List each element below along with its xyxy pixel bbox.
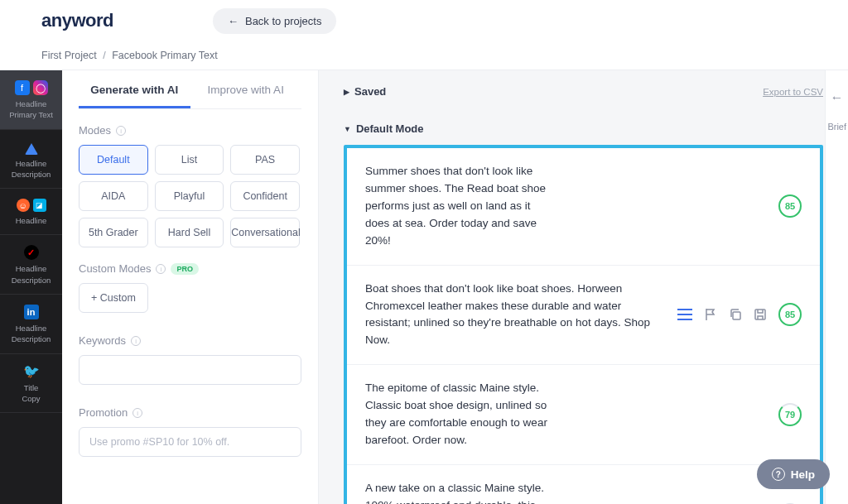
sidebar-label[interactable]: Copy [0, 393, 62, 404]
sidebar-channel-group[interactable]: ✓HeadlineDescription [0, 235, 62, 295]
sidebar-channel-group[interactable]: f◯HeadlinePrimary Text [0, 70, 62, 130]
google-ads-icon [25, 140, 38, 155]
mode-button-conversational[interactable]: Conversational [230, 218, 300, 247]
back-to-projects-button[interactable]: ← Back to projects [213, 8, 337, 34]
caret-right-icon: ▶ [344, 88, 349, 96]
export-csv-link[interactable]: Export to CSV [763, 87, 823, 97]
sidebar-label[interactable]: Primary Text [0, 109, 62, 120]
modes-label: Modes i [79, 124, 301, 137]
caret-down-icon: ▼ [344, 125, 351, 133]
arrow-left-icon: ← [228, 15, 238, 27]
result-actions: 85 [677, 303, 802, 326]
result-text: Boat shoes that don't look like boat sho… [365, 281, 661, 350]
default-mode-label: Default Mode [356, 122, 424, 135]
mode-button-default[interactable]: Default [79, 145, 148, 175]
top-bar: anyword ← Back to projects [0, 0, 848, 41]
help-button[interactable]: ? Help [757, 459, 830, 489]
result-item[interactable]: A new take on a classic Maine style. 100… [347, 465, 820, 504]
brief-label[interactable]: Brief [827, 122, 846, 132]
info-icon[interactable]: i [156, 264, 166, 274]
facebook-icon: f [15, 80, 30, 95]
flag-icon[interactable] [704, 308, 717, 321]
mode-button-pas[interactable]: PAS [230, 145, 300, 175]
sidebar-label[interactable]: Title [0, 382, 62, 393]
sidebar-label[interactable]: Description [0, 169, 62, 180]
modes-grid: DefaultListPASAIDAPlayfulConfident5th Gr… [79, 145, 301, 247]
mode-button-5th-grader[interactable]: 5th Grader [79, 218, 148, 247]
menu-icon[interactable] [677, 309, 692, 320]
result-item[interactable]: The epitome of classic Maine style. Clas… [347, 365, 820, 465]
sidebar-label[interactable]: Headline [0, 323, 62, 334]
logo: anyword [41, 10, 113, 31]
tab-improve[interactable]: Improve with AI [190, 70, 302, 108]
info-icon[interactable]: i [116, 126, 126, 136]
tab-generate[interactable]: Generate with AI [79, 70, 190, 108]
breadcrumb-page: Facebook Primary Text [112, 50, 218, 61]
pro-badge: PRO [171, 263, 199, 275]
help-label: Help [791, 468, 815, 481]
sidebar-channel-group[interactable]: 🐦TitleCopy [0, 354, 62, 414]
custom-modes-label: Custom Modes i PRO [79, 262, 301, 275]
sidebar-label[interactable]: Headline [0, 263, 62, 274]
outbrain-icon: ☺ [17, 199, 30, 212]
mode-button-list[interactable]: List [155, 145, 224, 175]
saved-label: Saved [354, 85, 386, 98]
channel-sidebar: f◯HeadlinePrimary TextHeadlineDescriptio… [0, 70, 62, 504]
result-text: A new take on a classic Maine style. 100… [365, 480, 556, 504]
info-icon[interactable]: i [132, 408, 142, 418]
breadcrumb-project[interactable]: First Project [41, 50, 97, 61]
score-badge: 85 [778, 303, 802, 326]
svg-rect-0 [733, 312, 740, 319]
sidebar-channel-group[interactable]: HeadlineDescription [0, 130, 62, 190]
arrow-left-icon[interactable]: ← [831, 90, 844, 105]
mode-button-aida[interactable]: AIDA [79, 181, 148, 211]
sidebar-label[interactable]: Headline [0, 158, 62, 169]
copy-icon[interactable] [729, 308, 742, 321]
sidebar-label[interactable]: Headline [0, 215, 62, 226]
keywords-input[interactable] [79, 355, 301, 385]
result-text: Summer shoes that don't look like summer… [365, 163, 556, 250]
highlighted-results: Summer shoes that don't look like summer… [344, 145, 823, 504]
verizon-icon: ✓ [24, 245, 39, 260]
sidebar-channel-group[interactable]: inHeadlineDescription [0, 295, 62, 354]
mode-button-playful[interactable]: Playful [155, 181, 224, 211]
taboola-icon: ◪ [33, 199, 46, 212]
add-custom-mode-button[interactable]: + Custom [79, 283, 148, 313]
promotion-input[interactable] [79, 427, 301, 457]
generate-panel: Generate with AI Improve with AI Modes i… [62, 70, 319, 504]
sidebar-channel-group[interactable]: ☺◪Headline [0, 189, 62, 235]
mode-button-confident[interactable]: Confident [230, 181, 300, 211]
sidebar-label[interactable]: Description [0, 275, 62, 286]
help-icon: ? [772, 468, 785, 481]
default-mode-header[interactable]: ▼ Default Mode [344, 122, 823, 135]
result-item[interactable]: Boat shoes that don't look like boat sho… [347, 266, 820, 366]
keywords-label: Keywords i [79, 334, 301, 347]
save-icon[interactable] [754, 308, 767, 321]
svg-rect-1 [755, 310, 765, 319]
breadcrumb-separator: / [103, 50, 105, 61]
score-badge: 79 [778, 403, 802, 426]
back-label: Back to projects [245, 15, 322, 27]
results-area: ← Brief ▶ Saved Export to CSV ▼ Default … [319, 70, 848, 504]
score-badge: 85 [778, 194, 802, 218]
promotion-label: Promotion i [79, 406, 301, 419]
breadcrumb: First Project / Facebook Primary Text [0, 41, 848, 70]
sidebar-label[interactable]: Description [0, 334, 62, 344]
panel-tabs: Generate with AI Improve with AI [79, 70, 301, 109]
saved-header[interactable]: ▶ Saved [344, 85, 386, 98]
result-item[interactable]: Summer shoes that don't look like summer… [347, 148, 820, 266]
brief-drawer: ← Brief [825, 70, 848, 504]
instagram-icon: ◯ [33, 80, 48, 95]
info-icon[interactable]: i [131, 336, 141, 346]
sidebar-label[interactable]: Headline [0, 98, 62, 109]
twitter-icon: 🐦 [24, 364, 39, 379]
mode-button-hard-sell[interactable]: Hard Sell [155, 218, 224, 247]
linkedin-icon: in [24, 305, 39, 319]
result-text: The epitome of classic Maine style. Clas… [365, 380, 556, 449]
